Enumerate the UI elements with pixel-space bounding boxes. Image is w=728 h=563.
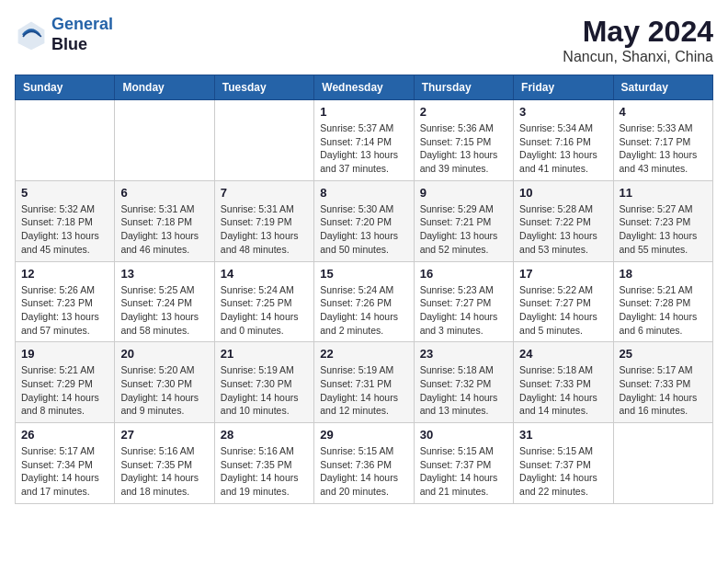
calendar-day-cell: 31Sunrise: 5:15 AM Sunset: 7:37 PM Dayli…	[514, 423, 613, 504]
day-info: Sunrise: 5:31 AM Sunset: 7:19 PM Dayligh…	[221, 202, 308, 257]
calendar-day-cell: 23Sunrise: 5:18 AM Sunset: 7:32 PM Dayli…	[414, 342, 513, 423]
day-number: 7	[221, 186, 308, 200]
day-number: 9	[420, 186, 507, 200]
calendar-day-cell: 28Sunrise: 5:16 AM Sunset: 7:35 PM Dayli…	[214, 423, 313, 504]
day-number: 17	[519, 267, 607, 281]
logo-text: General Blue	[51, 15, 113, 54]
day-number: 24	[519, 347, 607, 361]
calendar-day-cell: 11Sunrise: 5:27 AM Sunset: 7:23 PM Dayli…	[613, 180, 712, 261]
calendar-day-cell: 30Sunrise: 5:15 AM Sunset: 7:37 PM Dayli…	[414, 423, 513, 504]
day-info: Sunrise: 5:23 AM Sunset: 7:27 PM Dayligh…	[420, 283, 507, 338]
day-number: 15	[320, 267, 407, 281]
calendar-day-cell	[16, 100, 115, 181]
day-number: 26	[21, 428, 108, 442]
calendar-day-cell: 12Sunrise: 5:26 AM Sunset: 7:23 PM Dayli…	[16, 261, 115, 342]
calendar-day-cell: 1Sunrise: 5:37 AM Sunset: 7:14 PM Daylig…	[314, 100, 414, 181]
logo-line1: General	[51, 15, 113, 33]
day-number: 6	[120, 186, 208, 200]
day-number: 5	[21, 186, 108, 200]
day-number: 30	[420, 428, 507, 442]
calendar-day-cell: 14Sunrise: 5:24 AM Sunset: 7:25 PM Dayli…	[214, 261, 313, 342]
day-info: Sunrise: 5:16 AM Sunset: 7:35 PM Dayligh…	[221, 444, 308, 499]
day-info: Sunrise: 5:26 AM Sunset: 7:23 PM Dayligh…	[21, 283, 108, 338]
day-number: 25	[620, 347, 707, 361]
day-info: Sunrise: 5:25 AM Sunset: 7:24 PM Dayligh…	[120, 283, 208, 338]
day-number: 3	[519, 105, 607, 119]
day-number: 13	[120, 267, 208, 281]
day-info: Sunrise: 5:34 AM Sunset: 7:16 PM Dayligh…	[519, 121, 607, 176]
day-info: Sunrise: 5:17 AM Sunset: 7:34 PM Dayligh…	[21, 444, 108, 499]
day-number: 23	[420, 347, 507, 361]
day-info: Sunrise: 5:15 AM Sunset: 7:36 PM Dayligh…	[320, 444, 407, 499]
calendar-day-cell: 20Sunrise: 5:20 AM Sunset: 7:30 PM Dayli…	[115, 342, 214, 423]
day-info: Sunrise: 5:24 AM Sunset: 7:25 PM Dayligh…	[221, 283, 308, 338]
day-number: 1	[320, 105, 407, 119]
weekday-header-cell: Thursday	[414, 75, 513, 100]
calendar-week-row: 26Sunrise: 5:17 AM Sunset: 7:34 PM Dayli…	[16, 423, 713, 504]
calendar-week-row: 5Sunrise: 5:32 AM Sunset: 7:18 PM Daylig…	[16, 180, 713, 261]
calendar-day-cell: 22Sunrise: 5:19 AM Sunset: 7:31 PM Dayli…	[314, 342, 414, 423]
weekday-header-cell: Saturday	[613, 75, 712, 100]
weekday-header-cell: Wednesday	[314, 75, 414, 100]
day-info: Sunrise: 5:18 AM Sunset: 7:32 PM Dayligh…	[420, 363, 507, 418]
calendar-day-cell: 17Sunrise: 5:22 AM Sunset: 7:27 PM Dayli…	[514, 261, 613, 342]
calendar-week-row: 19Sunrise: 5:21 AM Sunset: 7:29 PM Dayli…	[16, 342, 713, 423]
weekday-header-cell: Monday	[115, 75, 214, 100]
day-number: 29	[320, 428, 407, 442]
calendar-day-cell	[214, 100, 313, 181]
day-info: Sunrise: 5:24 AM Sunset: 7:26 PM Dayligh…	[320, 283, 407, 338]
day-info: Sunrise: 5:29 AM Sunset: 7:21 PM Dayligh…	[420, 202, 507, 257]
day-info: Sunrise: 5:21 AM Sunset: 7:29 PM Dayligh…	[21, 363, 108, 418]
day-info: Sunrise: 5:15 AM Sunset: 7:37 PM Dayligh…	[519, 444, 607, 499]
day-info: Sunrise: 5:33 AM Sunset: 7:17 PM Dayligh…	[620, 121, 707, 176]
calendar-day-cell: 2Sunrise: 5:36 AM Sunset: 7:15 PM Daylig…	[414, 100, 513, 181]
day-info: Sunrise: 5:28 AM Sunset: 7:22 PM Dayligh…	[519, 202, 607, 257]
day-info: Sunrise: 5:17 AM Sunset: 7:33 PM Dayligh…	[620, 363, 707, 418]
calendar-table: SundayMondayTuesdayWednesdayThursdayFrid…	[15, 75, 713, 504]
calendar-day-cell: 8Sunrise: 5:30 AM Sunset: 7:20 PM Daylig…	[314, 180, 414, 261]
day-number: 31	[519, 428, 607, 442]
day-number: 21	[221, 347, 308, 361]
day-info: Sunrise: 5:20 AM Sunset: 7:30 PM Dayligh…	[120, 363, 208, 418]
calendar-day-cell: 29Sunrise: 5:15 AM Sunset: 7:36 PM Dayli…	[314, 423, 414, 504]
day-number: 8	[320, 186, 407, 200]
day-number: 12	[21, 267, 108, 281]
calendar-day-cell: 9Sunrise: 5:29 AM Sunset: 7:21 PM Daylig…	[414, 180, 513, 261]
calendar-day-cell: 27Sunrise: 5:16 AM Sunset: 7:35 PM Dayli…	[115, 423, 214, 504]
calendar-day-cell: 25Sunrise: 5:17 AM Sunset: 7:33 PM Dayli…	[613, 342, 712, 423]
calendar-day-cell: 18Sunrise: 5:21 AM Sunset: 7:28 PM Dayli…	[613, 261, 712, 342]
calendar-week-row: 1Sunrise: 5:37 AM Sunset: 7:14 PM Daylig…	[16, 100, 713, 181]
day-number: 27	[120, 428, 208, 442]
calendar-day-cell: 4Sunrise: 5:33 AM Sunset: 7:17 PM Daylig…	[613, 100, 712, 181]
day-number: 10	[519, 186, 607, 200]
day-info: Sunrise: 5:18 AM Sunset: 7:33 PM Dayligh…	[519, 363, 607, 418]
day-number: 22	[320, 347, 407, 361]
day-info: Sunrise: 5:37 AM Sunset: 7:14 PM Dayligh…	[320, 121, 407, 176]
day-info: Sunrise: 5:19 AM Sunset: 7:31 PM Dayligh…	[320, 363, 407, 418]
calendar-day-cell: 10Sunrise: 5:28 AM Sunset: 7:22 PM Dayli…	[514, 180, 613, 261]
day-number: 14	[221, 267, 308, 281]
calendar-day-cell: 7Sunrise: 5:31 AM Sunset: 7:19 PM Daylig…	[214, 180, 313, 261]
calendar-day-cell: 5Sunrise: 5:32 AM Sunset: 7:18 PM Daylig…	[16, 180, 115, 261]
day-number: 4	[620, 105, 707, 119]
weekday-header-cell: Friday	[514, 75, 613, 100]
day-info: Sunrise: 5:21 AM Sunset: 7:28 PM Dayligh…	[620, 283, 707, 338]
calendar-day-cell: 19Sunrise: 5:21 AM Sunset: 7:29 PM Dayli…	[16, 342, 115, 423]
weekday-header-cell: Tuesday	[214, 75, 313, 100]
location-title: Nancun, Shanxi, China	[563, 49, 713, 65]
day-info: Sunrise: 5:30 AM Sunset: 7:20 PM Dayligh…	[320, 202, 407, 257]
day-number: 20	[120, 347, 208, 361]
logo: General Blue	[15, 15, 113, 54]
day-number: 19	[21, 347, 108, 361]
day-info: Sunrise: 5:31 AM Sunset: 7:18 PM Dayligh…	[120, 202, 208, 257]
calendar-day-cell: 13Sunrise: 5:25 AM Sunset: 7:24 PM Dayli…	[115, 261, 214, 342]
day-info: Sunrise: 5:27 AM Sunset: 7:23 PM Dayligh…	[620, 202, 707, 257]
day-info: Sunrise: 5:32 AM Sunset: 7:18 PM Dayligh…	[21, 202, 108, 257]
logo-icon	[15, 18, 48, 52]
title-block: May 2024 Nancun, Shanxi, China	[563, 15, 713, 65]
day-number: 11	[620, 186, 707, 200]
calendar-day-cell	[613, 423, 712, 504]
day-info: Sunrise: 5:15 AM Sunset: 7:37 PM Dayligh…	[420, 444, 507, 499]
calendar-day-cell	[115, 100, 214, 181]
day-info: Sunrise: 5:22 AM Sunset: 7:27 PM Dayligh…	[519, 283, 607, 338]
